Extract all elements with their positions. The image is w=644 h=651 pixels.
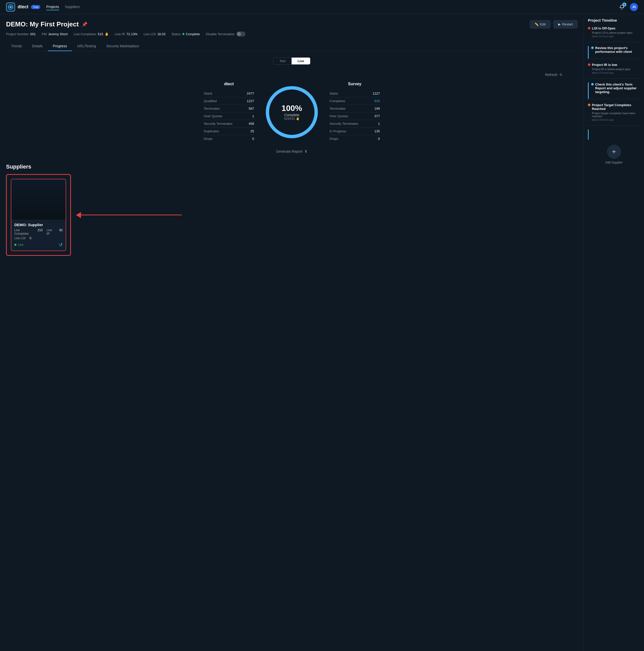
tab-url-testing[interactable]: URL/Testing (72, 41, 101, 51)
nav-link-suppliers[interactable]: Suppliers (65, 4, 80, 10)
status-meta: Status Complete (172, 32, 200, 36)
project-header: DEMO: My First Project 📌 ✏️ Edit ▶ Resta… (6, 20, 578, 36)
timeline-item-title: Project Target Completes Reached (588, 103, 640, 111)
survey-stat-completes: Completes 515 (330, 97, 380, 105)
edit-button[interactable]: ✏️ Edit (530, 20, 550, 28)
timeline-item-title: Review this project's performance with c… (591, 46, 640, 54)
supplier-card-image (11, 179, 66, 220)
arrow-head (76, 212, 81, 218)
supplier-status: Live (14, 243, 23, 247)
progress-complete-label: Complete (284, 113, 299, 117)
project-meta-row: Project Number 001 PM Jeremy Short Live … (6, 31, 578, 36)
timeline-dot-blue (591, 83, 594, 86)
dtect-stat-drops: Drops 0 (204, 135, 254, 143)
tab-security-marketplace[interactable]: Security Marketplace (101, 41, 144, 51)
generate-report-label: Generate Report (276, 149, 302, 153)
supplier-refresh-icon[interactable]: ↺ (59, 242, 63, 248)
status-dot (182, 33, 184, 35)
timeline-dot-red (588, 63, 590, 66)
live-button[interactable]: Live (292, 58, 310, 64)
hand-icon-small: 🤚 (296, 117, 300, 121)
export-icon: ⬆ (304, 149, 307, 153)
tab-trends[interactable]: Trends (6, 41, 27, 51)
dtect-stat-security-terminates: Security Terminates 458 (204, 120, 254, 127)
timeline-item-time: about 19 hours ago (592, 119, 640, 121)
refresh-label: Refresh (545, 73, 557, 77)
add-supplier-button[interactable]: + Add Supplier (588, 145, 640, 164)
survey-stat-terminates: Terminates 199 (330, 105, 380, 113)
suppliers-section: Suppliers DEMO: Supplier Live Completes … (6, 163, 578, 256)
timeline-item-title: Project IR is low (588, 63, 640, 67)
timeline-dot-blue (591, 46, 594, 49)
refresh-row[interactable]: Refresh ↻ (545, 73, 578, 77)
restart-icon: ▶ (558, 22, 561, 26)
survey-stat-in-progress: In Progress 135 (330, 127, 380, 135)
timeline-item-desc: Project IR is below project spec (592, 68, 640, 71)
pin-icon[interactable]: 📌 (82, 22, 87, 27)
test-live-toggle: Test Live (273, 57, 310, 65)
project-timeline-sidebar: Project Timeline LOI is Off-Spec Project… (584, 14, 644, 651)
timeline-bar-bottom (588, 129, 589, 140)
edit-icon: ✏️ (534, 22, 539, 26)
dtect-stat-qualified: Qualified 1227 (204, 97, 254, 105)
live-loi-meta: Live LOI 18.03 (144, 32, 165, 36)
project-number-meta: Project Number 001 (6, 32, 36, 36)
survey-stat-drops: Drops 0 (330, 135, 380, 143)
notification-count: 8 (622, 2, 626, 6)
survey-stats-table: Survey Starts 1227 Completes 515 Termina… (330, 82, 380, 143)
refresh-icon: ↻ (559, 73, 562, 77)
add-supplier-label: Add Supplier (605, 161, 623, 164)
timeline-item-title: Check this client's Term Report and adju… (591, 83, 640, 94)
supplier-meta-row1: Live Completes 213 Live IR 82 (14, 228, 63, 236)
survey-stats-title: Survey (330, 82, 380, 86)
project-title-row: DEMO: My First Project 📌 ✏️ Edit ▶ Resta… (6, 20, 578, 28)
timeline-item-target-reached: Project Target Completes Reached Project… (588, 103, 640, 126)
supplier-card-body: DEMO: Supplier Live Completes 213 Live I… (11, 220, 66, 251)
timeline-dot-orange (588, 104, 590, 106)
survey-stat-starts: Starts 1227 (330, 90, 380, 97)
timeline-item-loi-off-spec: LOI is Off-Spec Project LOI is above pro… (588, 26, 640, 42)
dtect-stat-terminates: Terminates 587 (204, 105, 254, 113)
hand-icon: 🤚 (105, 32, 109, 36)
content-area: DEMO: My First Project 📌 ✏️ Edit ▶ Resta… (0, 14, 584, 651)
logo-icon (6, 2, 15, 11)
generate-report-row[interactable]: Generate Report ⬆ (276, 149, 307, 153)
survey-stat-over-quotas: Over Quotas 377 (330, 113, 380, 120)
supplier-meta-row2: Live LOI 0 (14, 237, 63, 240)
suppliers-title: Suppliers (6, 163, 578, 170)
supplier-card: DEMO: Supplier Live Completes 213 Live I… (11, 179, 66, 251)
dtect-stats-table: dtect Starts 2477 Qualified 1227 Termina… (204, 82, 254, 143)
logo-area: dtect Trial (6, 2, 40, 11)
dtect-stat-over-quotas: Over Quotas 1 (204, 113, 254, 120)
nav-link-projects[interactable]: Projects (46, 4, 59, 10)
svg-point-1 (9, 6, 11, 8)
timeline-item-desc: Project LOI is above project spec (592, 31, 640, 34)
tabs-row: Trends Details Progress URL/Testing Secu… (6, 41, 578, 51)
timeline-item-time: about 19 hours ago (592, 71, 640, 74)
test-button[interactable]: Test (273, 58, 292, 64)
survey-stat-security-terminates: Security Terminates 1 (330, 120, 380, 127)
nav-right: 8 JS (618, 3, 638, 11)
logo-text: dtect (18, 4, 28, 9)
disable-termination-toggle: Disable Termination (206, 31, 246, 36)
notification-button[interactable]: 8 (618, 3, 626, 11)
add-supplier-circle[interactable]: + (607, 145, 621, 159)
live-ir-meta: Live IR 72.13% (115, 32, 137, 36)
dtect-stats-title: dtect (204, 82, 254, 86)
timeline-item-title: LOI is Off-Spec (588, 26, 640, 30)
tab-details[interactable]: Details (27, 41, 48, 51)
toggle-switch[interactable] (237, 31, 246, 36)
live-status-dot (14, 244, 17, 246)
top-navigation: dtect Trial Projects Suppliers 8 JS (0, 0, 644, 14)
dtect-stat-duplicates: Duplicates 25 (204, 127, 254, 135)
trial-badge: Trial (31, 5, 40, 9)
tab-progress[interactable]: Progress (48, 41, 72, 51)
restart-button[interactable]: ▶ Restart (553, 20, 578, 28)
header-buttons: ✏️ Edit ▶ Restart (530, 20, 578, 28)
progress-fraction: 515/515 🤚 (284, 117, 300, 121)
user-avatar[interactable]: JS (630, 3, 638, 11)
progress-percent: 100% (281, 104, 302, 113)
stats-container: dtect Starts 2477 Qualified 1227 Termina… (6, 82, 578, 143)
supplier-name: DEMO: Supplier (14, 223, 63, 227)
timeline-title: Project Timeline (588, 18, 640, 22)
